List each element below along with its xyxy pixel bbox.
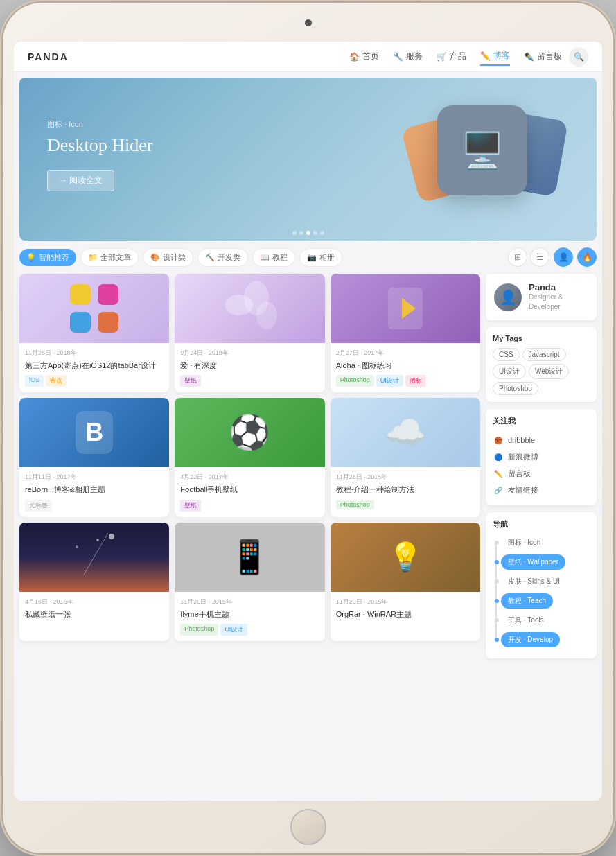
tag[interactable]: Photoshop [180,624,218,636]
follow-dribbble[interactable]: 🏀 dribbble [493,432,590,448]
post-title: reBorn · 博客&相册主题 [25,484,164,495]
post-card[interactable]: 💡 11月20日 · 2015年 OrgRar · WinRAR主题 [331,523,480,641]
post-info: 11月20日 · 2015年 flyme手机主题 Photoshop UI设计 [175,592,324,641]
post-tags: Photoshop [336,500,475,509]
user-button[interactable]: 👤 [554,247,573,267]
tag[interactable]: 无标签 [25,500,52,512]
post-thumbnail: 💡 [331,523,480,592]
my-tag[interactable]: Web设计 [529,364,569,379]
avatar: 👤 [494,283,522,311]
post-card[interactable]: ⚽ 4月22日 · 2017年 Football手机壁纸 壁纸 [175,398,324,516]
post-info: 4月22日 · 2017年 Football手机壁纸 壁纸 [175,467,324,516]
follow-weibo[interactable]: 🔵 新浪微博 [493,448,590,465]
filter-smart[interactable]: 💡 智能推荐 [19,249,76,266]
my-tag[interactable]: CSS [493,348,520,361]
post-date: 11月11日 · 2017年 [25,473,164,482]
content-area: 11月26日 · 2018年 第三方App(寄点)在iOS12的tabBar设计… [14,274,602,801]
post-info: 2月27日 · 2017年 Aloha · 图标练习 Photoshop UI设… [331,343,480,392]
post-thumbnail: ⚽ [175,398,324,467]
hero-card-main: 🖥️ [437,105,527,195]
post-info: 4月16日 · 2016年 私藏壁纸一张 [19,592,169,629]
tag[interactable]: 壁纸 [180,500,201,512]
my-tag[interactable]: Javascript [522,348,566,361]
post-thumbnail [331,274,480,343]
tag[interactable]: UI设计 [220,624,247,636]
post-info: 9月24日 · 2018年 爱 · 有深度 壁纸 [175,343,324,392]
search-button[interactable]: 🔍 [569,47,588,67]
nav-service[interactable]: 🔧 服务 [393,48,423,65]
post-card[interactable]: ☁️ 11月28日 · 2015年 教程·介绍一种绘制方法 Photoshop [331,398,480,516]
nav-blog[interactable]: ✏️ 博客 [480,47,510,66]
post-tags: Photoshop UI设计 图标 [336,375,475,387]
view-toggle: ⊞ ☰ [508,247,549,267]
hero-read-more-button[interactable]: → 阅读全文 [47,170,114,191]
tag[interactable]: iOS [25,375,44,387]
post-card[interactable]: 9月24日 · 2018年 爱 · 有深度 壁纸 [175,274,324,392]
ipad-frame: PANDA 🏠 首页 🔧 服务 🛒 产品 ✏️ 博客 [0,0,616,856]
nav-item-tools[interactable]: 工具 · Tools [501,613,551,628]
post-title: 第三方App(寄点)在iOS12的tabBar设计 [25,360,164,371]
weibo-icon: 🔵 [493,451,504,462]
post-date: 11月26日 · 2018年 [25,349,164,358]
my-tag[interactable]: Photoshop [493,382,538,395]
dot-3[interactable] [306,231,310,235]
svg-point-11 [96,539,99,541]
home-button[interactable] [290,809,326,845]
dot-4[interactable] [313,231,317,235]
filter-all[interactable]: 📁 全部文章 [80,248,139,267]
filter-tutorial[interactable]: 📖 教程 [252,248,295,267]
nav-item-icon[interactable]: 图标 · Icon [501,535,547,550]
tag[interactable]: UI设计 [376,375,403,387]
follow-links[interactable]: 🔗 友情链接 [493,482,590,498]
service-icon: 🔧 [393,52,403,62]
list-view-button[interactable]: ☰ [530,247,549,267]
post-card[interactable]: B 11月11日 · 2017年 reBorn · 博客&相册主题 无标签 [19,398,169,516]
svg-point-10 [76,545,78,548]
post-date: 4月22日 · 2017年 [180,473,319,482]
svg-point-9 [109,534,114,539]
filter-album[interactable]: 📷 相册 [299,248,342,267]
my-tag[interactable]: UI设计 [493,364,526,379]
nav-product[interactable]: 🛒 产品 [437,48,466,65]
nav-item-tutorial[interactable]: 教程 · Teach [501,593,553,609]
post-date: 11月20日 · 2015年 [336,597,475,606]
post-card[interactable]: 2月27日 · 2017年 Aloha · 图标练习 Photoshop UI设… [331,274,480,392]
tag[interactable]: 寄点 [46,375,67,387]
dot-2[interactable] [299,231,303,235]
post-card[interactable]: 📱 11月20日 · 2015年 flyme手机主题 Photoshop UI设… [175,523,324,641]
dot-5[interactable] [320,231,324,235]
dot-1[interactable] [292,231,297,235]
post-thumbnail [19,274,169,343]
nav-item-wallpaper[interactable]: 壁纸 · Wallpaper [501,554,565,570]
svg-rect-3 [98,312,118,333]
hero-title: Desktop Hider [47,135,152,156]
follow-guestbook[interactable]: ✏️ 留言板 [493,465,590,482]
my-tags-card: My Tags CSS Javascript UI设计 Web设计 Photos… [486,327,597,402]
nav-item-skin[interactable]: 皮肤 · Skins & UI [501,574,567,589]
post-card[interactable]: 4月16日 · 2016年 私藏壁纸一张 [19,523,169,641]
tag[interactable]: Photoshop [336,375,374,387]
nav-item-develop[interactable]: 开发 · Develop [501,632,560,647]
guestbook-icon: ✏️ [493,468,504,479]
follow-title: 关注我 [493,416,590,426]
filter-design[interactable]: 🎨 设计类 [143,248,193,267]
post-card[interactable]: 11月26日 · 2018年 第三方App(寄点)在iOS12的tabBar设计… [19,274,169,392]
tag[interactable]: Photoshop [336,500,374,509]
post-tags: Photoshop UI设计 [180,624,319,636]
nav-home[interactable]: 🏠 首页 [349,48,379,65]
filter-dev[interactable]: 🔨 开发类 [197,248,248,267]
tag[interactable]: 壁纸 [180,375,201,387]
follow-label: dribbble [508,436,535,444]
tag[interactable]: 图标 [405,375,426,387]
nav-guestbook[interactable]: ✒️ 留言板 [524,48,562,65]
dev-icon: 🔨 [205,253,215,262]
theme-button[interactable]: 🔥 [577,247,597,267]
svg-line-12 [84,533,108,575]
grid-view-button[interactable]: ⊞ [508,247,527,267]
all-icon: 📁 [88,253,98,262]
post-tags: 壁纸 [180,500,319,512]
links-icon: 🔗 [493,484,504,496]
follow-label: 留言板 [508,469,531,479]
post-thumbnail: 📱 [175,523,324,592]
post-thumbnail [175,274,324,343]
